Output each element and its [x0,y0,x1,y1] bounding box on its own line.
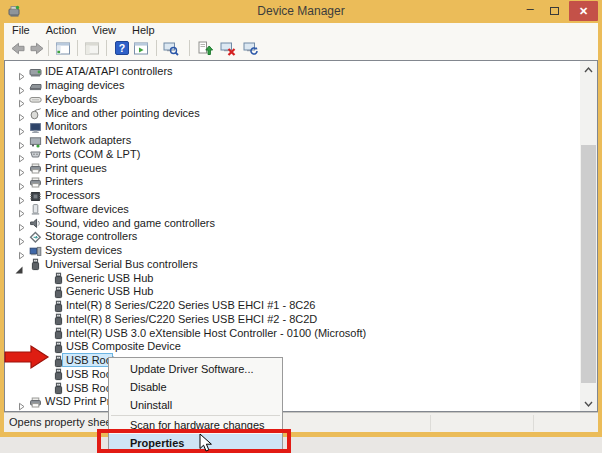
tree-item-intel-r-8-series-c220-series-usb-ehci-2-8c2d[interactable]: Intel(R) 8 Series/C220 Series USB EHCI #… [5,312,580,326]
tree-item-label: Network adapters [45,133,131,147]
tree-item-label: Intel(R) 8 Series/C220 Series USB EHCI #… [66,298,315,312]
context-menu-item-update-driver-software[interactable]: Update Driver Software... [109,360,282,378]
tree-item-label: Generic USB Hub [66,271,153,285]
toolbar-search-computer-icon[interactable] [163,40,180,57]
tree-item-label: Intel(R) 8 Series/C220 Series USB EHCI #… [66,312,317,326]
tree-item-sound-video-and-game-controllers[interactable]: Sound, video and game controllers [5,216,580,230]
tree-item-label: IDE ATA/ATAPI controllers [45,64,173,78]
toolbar-help-icon[interactable]: ? [114,40,131,57]
tree-item-usb-root[interactable]: USB Root [5,353,580,367]
tree-item-network-adapters[interactable]: Network adapters [5,133,580,147]
tree-item-usb-root[interactable]: USB Root [5,367,580,381]
device-tree-panel: IDE ATA/ATAPI controllersImaging devices… [4,60,598,412]
tree-item-ports-com-lpt[interactable]: Ports (COM & LPT) [5,147,580,161]
status-text: Opens property sheet for [9,413,109,433]
screenshot-stage: Device Manager – ✕ FileActionViewHelp ? … [0,0,602,453]
tree-item-printers[interactable]: Printers [5,174,580,188]
vertical-scrollbar[interactable] [580,61,597,411]
tree-item-label: Universal Serial Bus controllers [45,257,198,271]
tree-item-label: Sound, video and game controllers [45,216,215,230]
maximize-button[interactable] [543,1,565,21]
tree-item-keyboards[interactable]: Keyboards [5,92,580,106]
close-button[interactable]: ✕ [569,1,598,21]
tree-item-generic-usb-hub[interactable]: Generic USB Hub [5,284,580,298]
tree-item-label: Intel(R) USB 3.0 eXtensible Host Control… [66,326,366,340]
menu-bar: FileActionViewHelp [4,23,598,37]
context-menu-item-uninstall[interactable]: Uninstall [109,396,282,414]
toolbar-separator [77,40,78,56]
toolbar-separator [156,40,157,56]
toolbar: ? [4,37,598,60]
tree-item-label: System devices [45,243,122,257]
toolbar-export-list-icon[interactable] [84,40,101,57]
context-menu-separator [111,415,280,416]
tree-item-wsd-print-pr[interactable]: WSD Print Pr [5,394,580,408]
menubar-item-help[interactable]: Help [124,23,163,37]
menubar-item-file[interactable]: File [4,23,38,37]
tree-item-software-devices[interactable]: Software devices [5,202,580,216]
tree-item-system-devices[interactable]: System devices [5,243,580,257]
tree-item-storage-controllers[interactable]: Storage controllers [5,229,580,243]
collapsed-arrow-icon[interactable] [18,397,26,411]
tree-item-label: USB Composite Device [66,339,181,353]
toolbar-uninstall-device-icon[interactable] [220,40,237,57]
toolbar-separator [48,40,49,56]
toolbar-separator [106,40,107,56]
tree-item-label: Keyboards [45,92,98,106]
window-title: Device Manager [0,0,602,23]
printer-icon [29,395,42,411]
tree-item-label: WSD Print Pr [45,394,110,408]
window-border-right [598,23,602,437]
tree-item-intel-r-usb-3-0-extensible-host-controller-0100-microsoft[interactable]: Intel(R) USB 3.0 eXtensible Host Control… [5,326,580,340]
mouse-cursor [199,433,214,453]
scroll-up-button[interactable] [580,61,597,77]
red-arrow-annotation [4,344,50,370]
tree-item-monitors[interactable]: Monitors [5,119,580,133]
tree-item-label: Imaging devices [45,78,125,92]
svg-text:?: ? [119,42,125,54]
tree-item-imaging-devices[interactable]: Imaging devices [5,78,580,92]
toolbar-separator [189,40,190,56]
tree-item-generic-usb-hub[interactable]: Generic USB Hub [5,271,580,285]
red-box-annotation [97,429,291,453]
status-bar: Opens property sheet for [4,412,598,432]
tree-item-usb-root[interactable]: USB Root [5,381,580,395]
tree-item-intel-r-8-series-c220-series-usb-ehci-1-8c26[interactable]: Intel(R) 8 Series/C220 Series USB EHCI #… [5,298,580,312]
context-menu-item-disable[interactable]: Disable [109,378,282,396]
toolbar-back-icon[interactable] [10,40,27,57]
toolbar-forward-icon[interactable] [29,40,46,57]
tree-item-usb-composite-device[interactable]: USB Composite Device [5,339,580,353]
toolbar-show-properties-icon[interactable] [133,40,150,57]
toolbar-update-driver-icon[interactable] [197,40,214,57]
tree-item-label: Print queues [45,161,107,175]
tree-item-mice-and-other-pointing-devices[interactable]: Mice and other pointing devices [5,106,580,120]
tree-item-processors[interactable]: Processors [5,188,580,202]
status-separator [430,415,431,431]
tree-item-ide-ata-atapi-controllers[interactable]: IDE ATA/ATAPI controllers [5,64,580,78]
tree-item-label: Monitors [45,119,87,133]
scroll-down-button[interactable] [580,395,597,411]
scrollbar-thumb[interactable] [581,145,596,383]
minimize-button[interactable]: – [519,1,541,21]
toolbar-show-console-tree-icon[interactable] [55,40,72,57]
maximize-icon [550,7,559,15]
status-separator [533,415,534,431]
tree-item-print-queues[interactable]: Print queues [5,161,580,175]
tree-item-label: Software devices [45,202,129,216]
tree-item-label: Storage controllers [45,229,137,243]
device-tree: IDE ATA/ATAPI controllersImaging devices… [5,61,580,411]
tree-item-label: Ports (COM & LPT) [45,147,140,161]
tree-item-label: Mice and other pointing devices [45,106,200,120]
menubar-item-view[interactable]: View [84,23,124,37]
toolbar-scan-hardware-icon[interactable] [243,40,260,57]
titlebar: Device Manager – ✕ [0,0,602,23]
tree-item-label: Printers [45,174,83,188]
tree-item-label: Processors [45,188,100,202]
menubar-item-action[interactable]: Action [38,23,85,37]
tree-item-label: Generic USB Hub [66,284,153,298]
tree-item-universal-serial-bus-controllers[interactable]: Universal Serial Bus controllers [5,257,580,271]
